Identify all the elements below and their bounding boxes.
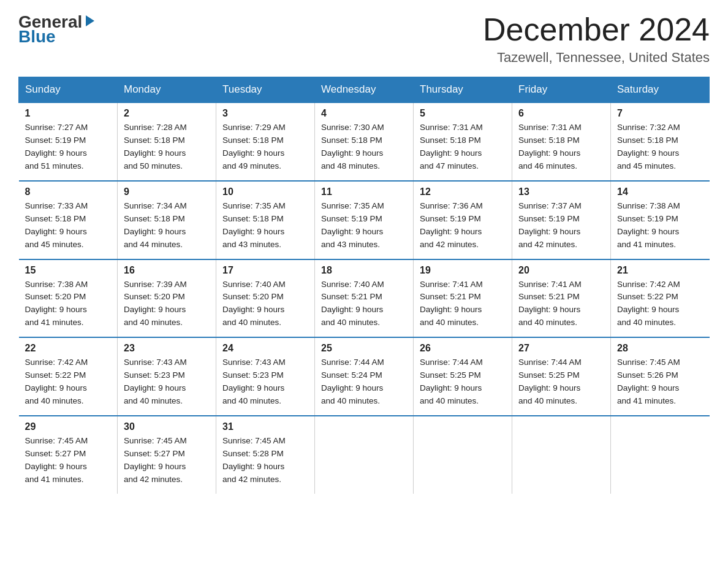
sunrise-label: Sunrise: 7:33 AM — [25, 201, 88, 210]
table-row: 13 Sunrise: 7:37 AM Sunset: 5:19 PM Dayl… — [512, 181, 611, 259]
daylight-minutes: and 40 minutes. — [617, 318, 676, 327]
daylight-minutes: and 42 minutes. — [222, 475, 281, 484]
day-info: Sunrise: 7:45 AM Sunset: 5:28 PM Dayligh… — [222, 435, 308, 486]
day-number: 9 — [124, 186, 210, 197]
table-row: 17 Sunrise: 7:40 AM Sunset: 5:20 PM Dayl… — [216, 259, 315, 338]
sunrise-label: Sunrise: 7:43 AM — [222, 358, 286, 367]
daylight-minutes: and 40 minutes. — [420, 318, 479, 327]
sunrise-label: Sunrise: 7:41 AM — [518, 280, 582, 289]
sunrise-label: Sunrise: 7:37 AM — [518, 201, 582, 210]
table-row: 1 Sunrise: 7:27 AM Sunset: 5:19 PM Dayli… — [19, 102, 118, 181]
day-info: Sunrise: 7:31 AM Sunset: 5:18 PM Dayligh… — [420, 121, 506, 173]
calendar-week-row: 15 Sunrise: 7:38 AM Sunset: 5:20 PM Dayl… — [19, 259, 710, 338]
day-number: 2 — [124, 108, 210, 119]
col-wednesday: Wednesday — [315, 77, 414, 103]
sunrise-label: Sunrise: 7:42 AM — [617, 280, 680, 289]
sunrise-label: Sunrise: 7:41 AM — [420, 280, 483, 289]
day-number: 27 — [518, 343, 604, 354]
daylight-minutes: and 41 minutes. — [617, 396, 676, 405]
daylight-label: Daylight: 9 hours — [124, 227, 186, 236]
day-info: Sunrise: 7:35 AM Sunset: 5:18 PM Dayligh… — [222, 200, 308, 251]
daylight-label: Daylight: 9 hours — [124, 305, 186, 314]
sunset-label: Sunset: 5:28 PM — [222, 449, 284, 458]
daylight-minutes: and 41 minutes. — [617, 240, 676, 249]
sunset-label: Sunset: 5:20 PM — [124, 292, 185, 301]
daylight-label: Daylight: 9 hours — [617, 148, 679, 158]
day-number: 13 — [518, 186, 604, 197]
sunrise-label: Sunrise: 7:38 AM — [25, 280, 88, 289]
daylight-minutes: and 42 minutes. — [124, 475, 183, 484]
location-subtitle: Tazewell, Tennessee, United States — [483, 50, 710, 66]
sunrise-label: Sunrise: 7:39 AM — [124, 280, 187, 289]
day-info: Sunrise: 7:34 AM Sunset: 5:18 PM Dayligh… — [124, 200, 210, 251]
day-info: Sunrise: 7:41 AM Sunset: 5:21 PM Dayligh… — [420, 278, 506, 330]
daylight-label: Daylight: 9 hours — [124, 462, 186, 471]
sunset-label: Sunset: 5:21 PM — [518, 292, 580, 301]
day-info: Sunrise: 7:42 AM Sunset: 5:22 PM Dayligh… — [617, 278, 703, 330]
day-number: 10 — [222, 186, 308, 197]
table-row: 7 Sunrise: 7:32 AM Sunset: 5:18 PM Dayli… — [611, 102, 710, 181]
table-row: 28 Sunrise: 7:45 AM Sunset: 5:26 PM Dayl… — [611, 337, 710, 416]
daylight-label: Daylight: 9 hours — [222, 305, 284, 314]
table-row: 31 Sunrise: 7:45 AM Sunset: 5:28 PM Dayl… — [216, 416, 315, 494]
table-row: 22 Sunrise: 7:42 AM Sunset: 5:22 PM Dayl… — [19, 337, 118, 416]
sunrise-label: Sunrise: 7:45 AM — [617, 358, 680, 367]
table-row — [512, 416, 611, 494]
day-number: 23 — [124, 343, 210, 354]
daylight-label: Daylight: 9 hours — [25, 227, 87, 236]
daylight-minutes: and 40 minutes. — [222, 396, 281, 405]
day-number: 19 — [420, 265, 506, 276]
sunrise-label: Sunrise: 7:27 AM — [25, 123, 88, 132]
daylight-label: Daylight: 9 hours — [518, 305, 580, 314]
calendar-table: Sunday Monday Tuesday Wednesday Thursday… — [18, 77, 710, 493]
col-thursday: Thursday — [414, 77, 512, 103]
daylight-label: Daylight: 9 hours — [25, 148, 87, 158]
daylight-minutes: and 42 minutes. — [518, 240, 577, 249]
daylight-minutes: and 48 minutes. — [321, 161, 380, 170]
table-row: 11 Sunrise: 7:35 AM Sunset: 5:19 PM Dayl… — [315, 181, 414, 259]
sunset-label: Sunset: 5:18 PM — [617, 136, 678, 145]
daylight-label: Daylight: 9 hours — [25, 462, 87, 471]
sunrise-label: Sunrise: 7:29 AM — [222, 123, 286, 132]
day-info: Sunrise: 7:39 AM Sunset: 5:20 PM Dayligh… — [124, 278, 210, 330]
sunset-label: Sunset: 5:23 PM — [124, 370, 185, 380]
table-row: 29 Sunrise: 7:45 AM Sunset: 5:27 PM Dayl… — [19, 416, 118, 494]
daylight-minutes: and 40 minutes. — [321, 318, 380, 327]
sunset-label: Sunset: 5:21 PM — [321, 292, 382, 301]
day-number: 16 — [124, 265, 210, 276]
sunrise-label: Sunrise: 7:28 AM — [124, 123, 187, 132]
calendar-week-row: 8 Sunrise: 7:33 AM Sunset: 5:18 PM Dayli… — [19, 181, 710, 259]
sunset-label: Sunset: 5:19 PM — [518, 214, 580, 223]
daylight-label: Daylight: 9 hours — [222, 462, 284, 471]
sunset-label: Sunset: 5:26 PM — [617, 370, 678, 380]
day-info: Sunrise: 7:42 AM Sunset: 5:22 PM Dayligh… — [25, 356, 112, 408]
sunset-label: Sunset: 5:22 PM — [617, 292, 678, 301]
daylight-label: Daylight: 9 hours — [617, 305, 679, 314]
sunset-label: Sunset: 5:25 PM — [420, 370, 481, 380]
table-row: 16 Sunrise: 7:39 AM Sunset: 5:20 PM Dayl… — [118, 259, 216, 338]
day-number: 30 — [124, 421, 210, 432]
table-row: 21 Sunrise: 7:42 AM Sunset: 5:22 PM Dayl… — [611, 259, 710, 338]
sunset-label: Sunset: 5:24 PM — [321, 370, 382, 380]
sunrise-label: Sunrise: 7:40 AM — [321, 280, 384, 289]
day-number: 20 — [518, 265, 604, 276]
table-row: 27 Sunrise: 7:44 AM Sunset: 5:25 PM Dayl… — [512, 337, 611, 416]
sunrise-label: Sunrise: 7:32 AM — [617, 123, 680, 132]
sunset-label: Sunset: 5:19 PM — [420, 214, 481, 223]
daylight-label: Daylight: 9 hours — [420, 305, 482, 314]
sunset-label: Sunset: 5:18 PM — [222, 214, 284, 223]
day-info: Sunrise: 7:44 AM Sunset: 5:25 PM Dayligh… — [420, 356, 506, 408]
day-info: Sunrise: 7:27 AM Sunset: 5:19 PM Dayligh… — [25, 121, 112, 173]
sunrise-label: Sunrise: 7:43 AM — [124, 358, 187, 367]
daylight-minutes: and 40 minutes. — [518, 318, 577, 327]
daylight-minutes: and 51 minutes. — [25, 161, 84, 170]
daylight-minutes: and 41 minutes. — [25, 318, 84, 327]
calendar-week-row: 22 Sunrise: 7:42 AM Sunset: 5:22 PM Dayl… — [19, 337, 710, 416]
daylight-minutes: and 40 minutes. — [420, 396, 479, 405]
col-monday: Monday — [118, 77, 216, 103]
daylight-label: Daylight: 9 hours — [518, 383, 580, 393]
daylight-label: Daylight: 9 hours — [617, 383, 679, 393]
daylight-label: Daylight: 9 hours — [321, 305, 383, 314]
sunrise-label: Sunrise: 7:35 AM — [222, 201, 286, 210]
daylight-minutes: and 41 minutes. — [25, 475, 84, 484]
